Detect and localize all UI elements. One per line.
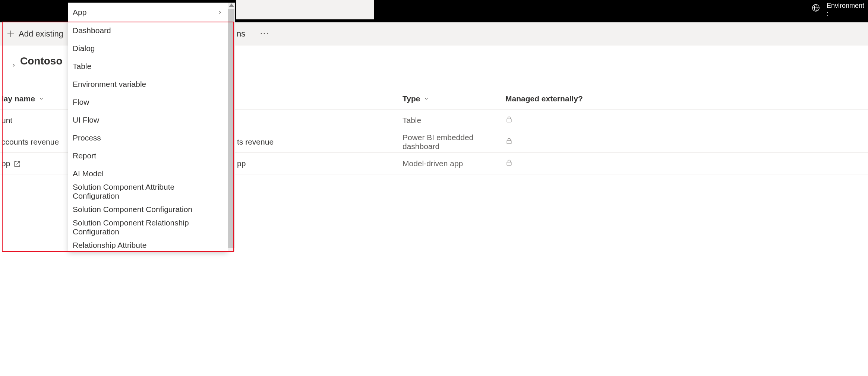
breadcrumb[interactable]: Contoso <box>11 55 63 67</box>
menu-item-label: UI Flow <box>73 116 99 124</box>
menu-item[interactable]: Relationship Attribute <box>68 236 228 252</box>
row-name-right: ts revenue <box>237 138 274 146</box>
menu-item[interactable]: Report <box>68 147 228 165</box>
chevron-down-icon <box>424 96 429 101</box>
menu-item-label: Dashboard <box>73 26 111 35</box>
menu-item-label: Process <box>73 133 101 142</box>
environment-picker[interactable]: Environment : <box>812 1 864 18</box>
plus-icon <box>7 31 14 37</box>
menu-item-label: Report <box>73 151 96 160</box>
row-type: Power BI embedded dashboard <box>403 133 505 151</box>
column-managed[interactable]: Managed externally? <box>505 94 729 103</box>
menu-item[interactable]: Solution Component Relationship Configur… <box>68 218 228 236</box>
row-type: Table <box>403 116 505 125</box>
lock-icon <box>505 159 513 168</box>
menu-item-label: App <box>73 8 86 17</box>
search-area[interactable] <box>236 0 374 19</box>
environment-colon: : <box>827 10 864 18</box>
environment-label: Environment <box>827 1 864 10</box>
menu-item-label: AI Model <box>73 169 104 178</box>
menu-item[interactable]: Solution Component Attribute Configurati… <box>68 183 228 200</box>
menu-list: AppDashboardDialogTableEnvironment varia… <box>68 3 228 252</box>
row-managed <box>505 116 729 125</box>
menu-item[interactable]: App <box>68 3 228 22</box>
menu-item-label: Relationship Attribute <box>73 241 146 250</box>
chevron-right-icon <box>11 59 16 64</box>
menu-item[interactable]: UI Flow <box>68 111 228 129</box>
menu-item-label: Table <box>73 62 91 71</box>
globe-icon <box>812 4 820 14</box>
scroll-thumb[interactable] <box>228 9 234 248</box>
menu-item-label: Solution Component Configuration <box>73 205 192 214</box>
menu-item-label: Solution Component Relationship Configur… <box>73 218 222 236</box>
menu-item-label: Solution Component Attribute Configurati… <box>73 183 222 200</box>
scroll-up-icon <box>229 3 234 7</box>
lock-icon <box>505 116 513 124</box>
menu-item[interactable]: Flow <box>68 93 228 111</box>
command-bar-tail: ns ··· <box>237 22 269 45</box>
chevron-right-icon <box>217 8 222 17</box>
menu-item[interactable]: Process <box>68 129 228 147</box>
row-managed <box>505 137 729 146</box>
menu-item[interactable]: Dialog <box>68 40 228 57</box>
column-type[interactable]: Type <box>403 94 505 103</box>
menu-item[interactable]: AI Model <box>68 165 228 183</box>
menu-item-label: Flow <box>73 98 89 107</box>
chevron-down-icon <box>39 96 44 101</box>
row-type: Model-driven app <box>403 159 505 168</box>
menu-item[interactable]: Dashboard <box>68 22 228 40</box>
menu-item-label: Environment variable <box>73 80 146 89</box>
lock-icon <box>505 138 513 146</box>
row-name-left: unt <box>1 116 12 125</box>
row-managed <box>505 159 729 168</box>
svg-rect-3 <box>507 119 511 122</box>
menu-item[interactable]: Table <box>68 57 228 75</box>
add-existing-label: Add existing <box>19 29 63 39</box>
open-external-icon[interactable] <box>14 160 20 167</box>
page-title: Contoso <box>20 55 63 67</box>
overflow-button[interactable]: ··· <box>260 29 269 39</box>
svg-rect-4 <box>507 140 511 143</box>
row-name-right: pp <box>237 159 246 168</box>
menu-item-label: Dialog <box>73 44 95 53</box>
row-name-left: ccounts revenue <box>1 138 59 146</box>
svg-rect-5 <box>507 162 511 165</box>
menu-item[interactable]: Solution Component Configuration <box>68 200 228 218</box>
menu-item[interactable]: Environment variable <box>68 75 228 93</box>
menu-scrollbar[interactable] <box>228 3 235 252</box>
command-fragment: ns <box>237 29 245 39</box>
row-name-left: pp <box>1 159 10 168</box>
add-existing-menu: AppDashboardDialogTableEnvironment varia… <box>68 3 235 252</box>
